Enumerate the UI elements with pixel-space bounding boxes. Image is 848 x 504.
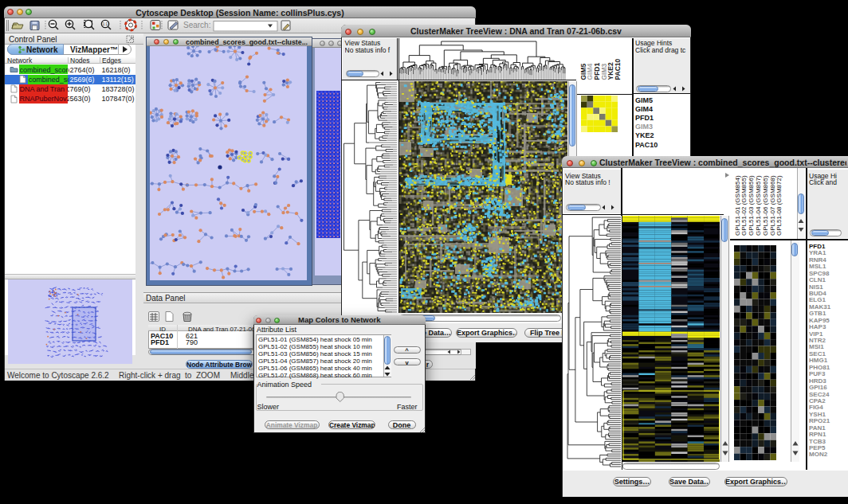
svg-text:MON2: MON2 — [809, 451, 828, 458]
svg-text:GPL51-01 (GSM854): GPL51-01 (GSM854) — [734, 175, 741, 236]
svg-text:GPL51-08 (GSM872): GPL51-08 (GSM872) — [775, 175, 783, 236]
svg-text:GPL51-03 (GSM856): GPL51-03 (GSM856) — [748, 175, 755, 236]
svg-text:1:1: 1:1 — [103, 22, 108, 26]
svg-text:GPL51-02 (GSM855): GPL51-02 (GSM855) — [740, 175, 748, 236]
svg-text:GPL51-04 (GSM857): GPL51-04 (GSM857) — [755, 175, 762, 236]
svg-text:GPL51-07 (GSM868): GPL51-07 (GSM868) — [769, 175, 776, 236]
svg-text:PAC10: PAC10 — [614, 58, 622, 80]
svg-text:Search:: Search: — [183, 21, 210, 29]
svg-text:GPL51-06 (GSM865): GPL51-06 (GSM865) — [762, 175, 769, 236]
